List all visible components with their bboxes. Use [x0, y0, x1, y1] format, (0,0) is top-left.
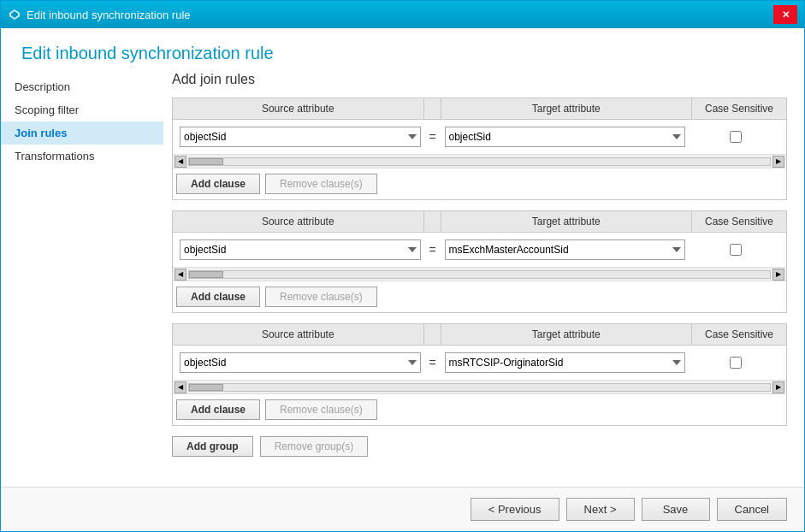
source-cell-1-1: objectSid accountEnabled cn displayName	[176, 125, 424, 149]
scrollbar-thumb-1	[189, 158, 223, 165]
scroll-right-3[interactable]: ▶	[772, 381, 784, 393]
col-target-2: Target attribute	[441, 211, 693, 232]
col-case-2: Case Sensitive	[692, 211, 786, 232]
col-eq-3	[424, 324, 441, 345]
footer: < Previous Next > Save Cancel	[1, 487, 804, 531]
add-clause-2-button[interactable]: Add clause	[176, 287, 260, 307]
col-case-3: Case Sensitive	[692, 324, 786, 345]
rule-row-3-1: objectSid accountEnabled cn = msRTCSIP-O…	[173, 346, 786, 381]
col-source-3: Source attribute	[173, 324, 424, 345]
sidebar-item-transformations[interactable]: Transformations	[1, 145, 163, 168]
content-area: Edit inbound synchronization rule Descri…	[1, 28, 804, 487]
source-select-2-1[interactable]: objectSid accountEnabled cn	[180, 239, 421, 260]
remove-clause-2-button[interactable]: Remove clause(s)	[265, 287, 377, 307]
remove-group-button[interactable]: Remove group(s)	[260, 436, 369, 457]
case-checkbox-3-1[interactable]	[730, 357, 742, 369]
col-case-1: Case Sensitive	[692, 98, 786, 119]
scroll-right-1[interactable]: ▶	[772, 156, 784, 168]
add-clause-1-button[interactable]: Add clause	[176, 174, 260, 194]
case-cell-3-1	[689, 355, 783, 370]
col-source-2: Source attribute	[173, 211, 424, 232]
rule-group-3-header: Source attribute Target attribute Case S…	[173, 324, 786, 346]
target-select-2-1[interactable]: msExchMasterAccountSid objectSid cn	[445, 239, 686, 260]
rule-group-3: Source attribute Target attribute Case S…	[172, 323, 787, 426]
next-button[interactable]: Next >	[566, 498, 635, 521]
sidebar: Description Scoping filter Join rules Tr…	[1, 72, 163, 487]
eq-1-1: =	[424, 128, 441, 145]
scrollbar-thumb-3	[189, 384, 223, 391]
title-bar: Edit inbound synchronization rule ✕	[1, 1, 804, 28]
col-eq-1	[424, 98, 441, 119]
target-select-3-1[interactable]: msRTCSIP-OriginatorSid objectSid cn	[445, 352, 686, 373]
app-icon	[8, 8, 21, 21]
rule-actions-1: Add clause Remove clause(s)	[173, 168, 786, 199]
rule-actions-2: Add clause Remove clause(s)	[173, 281, 786, 312]
eq-2-1: =	[424, 241, 441, 258]
case-checkbox-2-1[interactable]	[730, 244, 742, 256]
scrollbar-track-1	[188, 157, 771, 166]
main-content: Description Scoping filter Join rules Tr…	[1, 72, 804, 487]
rule-group-2-header: Source attribute Target attribute Case S…	[173, 211, 786, 233]
target-select-1-1[interactable]: objectSid accountEnabled cn	[445, 127, 686, 147]
scroll-right-2[interactable]: ▶	[772, 269, 784, 281]
target-cell-2-1: msExchMasterAccountSid objectSid cn	[441, 238, 690, 262]
remove-clause-1-button[interactable]: Remove clause(s)	[265, 174, 377, 194]
add-group-button[interactable]: Add group	[172, 436, 253, 457]
case-checkbox-1-1[interactable]	[730, 131, 742, 143]
window-title: Edit inbound synchronization rule	[27, 9, 191, 21]
scrollbar-track-2	[188, 270, 771, 279]
source-select-3-1[interactable]: objectSid accountEnabled cn	[180, 352, 421, 373]
scrollbar-3: ◀ ▶	[173, 381, 786, 394]
col-target-3: Target attribute	[441, 324, 693, 345]
eq-3-1: =	[424, 354, 441, 371]
col-eq-2	[424, 211, 441, 232]
rule-group-1-header: Source attribute Target attribute Case S…	[173, 98, 786, 120]
close-button[interactable]: ✕	[773, 5, 797, 24]
scrollbar-2: ◀ ▶	[173, 268, 786, 281]
scroll-left-3[interactable]: ◀	[175, 381, 186, 393]
source-select-1-1[interactable]: objectSid accountEnabled cn displayName	[180, 127, 421, 147]
col-source-1: Source attribute	[173, 98, 424, 119]
rule-group-2: Source attribute Target attribute Case S…	[172, 210, 787, 313]
sidebar-item-scoping-filter[interactable]: Scoping filter	[1, 98, 163, 121]
section-title: Add join rules	[172, 72, 787, 87]
remove-clause-3-button[interactable]: Remove clause(s)	[265, 399, 377, 420]
group-actions: Add group Remove group(s)	[172, 436, 787, 457]
previous-button[interactable]: < Previous	[471, 498, 559, 521]
target-cell-1-1: objectSid accountEnabled cn	[441, 125, 690, 149]
rule-group-1: Source attribute Target attribute Case S…	[172, 98, 787, 200]
main-window: Edit inbound synchronization rule ✕ Edit…	[0, 0, 805, 532]
source-cell-3-1: objectSid accountEnabled cn	[176, 351, 424, 375]
scrollbar-thumb-2	[189, 271, 223, 278]
right-panel: Add join rules Source attribute Target a…	[163, 72, 804, 487]
rule-row-2-1: objectSid accountEnabled cn = msExchMast…	[173, 233, 786, 268]
add-clause-3-button[interactable]: Add clause	[176, 399, 260, 420]
rule-row-1-1: objectSid accountEnabled cn displayName …	[173, 120, 786, 155]
save-button[interactable]: Save	[642, 498, 710, 521]
cancel-button[interactable]: Cancel	[717, 498, 787, 521]
col-target-1: Target attribute	[441, 98, 693, 119]
sidebar-item-join-rules[interactable]: Join rules	[1, 121, 163, 145]
scrollbar-track-3	[188, 383, 771, 392]
case-cell-1-1	[689, 129, 783, 145]
case-cell-2-1	[689, 242, 783, 257]
page-title: Edit inbound synchronization rule	[1, 28, 804, 72]
scroll-left-2[interactable]: ◀	[175, 269, 186, 281]
scrollbar-1: ◀ ▶	[173, 155, 786, 168]
sidebar-item-description[interactable]: Description	[1, 75, 163, 98]
rule-actions-3: Add clause Remove clause(s)	[173, 394, 786, 425]
target-cell-3-1: msRTCSIP-OriginatorSid objectSid cn	[441, 351, 690, 375]
source-cell-2-1: objectSid accountEnabled cn	[176, 238, 424, 262]
scroll-left-1[interactable]: ◀	[175, 156, 186, 168]
